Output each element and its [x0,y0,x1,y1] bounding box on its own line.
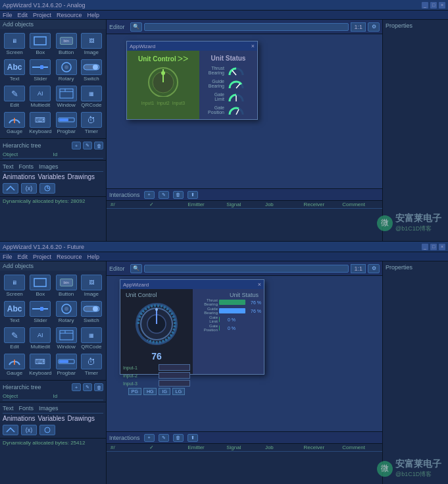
tree-edit-btn-btm[interactable]: ✎ [83,383,92,391]
menu-resource-btm[interactable]: Resource [57,254,82,260]
menu-project-btm[interactable]: Project [33,254,51,260]
obj-box-btm[interactable]: Box [28,273,53,298]
editor-btn-zoom-in-btm[interactable]: 🔍 [130,264,142,273]
future-input-1-box[interactable] [159,364,190,371]
editor-btn-settings-top[interactable]: ⚙ [368,22,380,32]
future-btn-lg[interactable]: LG [172,388,185,395]
menu-resource-top[interactable]: Resource [57,12,82,18]
tree-delete-btn[interactable]: 🗑 [94,142,103,149]
tab-drawings-btm[interactable]: Drawings [67,415,95,422]
objects-grid-btm: 🖥 Screen Box btn Button 🖼 [0,271,106,380]
obj-switch-btm[interactable]: Switch [80,300,103,325]
obj-multiedit[interactable]: AI Multiedit [28,84,53,109]
obj-window[interactable]: Window [55,84,78,109]
future-btn-pg[interactable]: PG [128,388,141,395]
future-input-3-box[interactable] [159,380,190,387]
obj-progbar-btm[interactable]: Progbar [55,352,78,377]
minimize-button[interactable]: _ [422,2,428,9]
ia-btn-delete-top[interactable]: 🗑 [173,191,184,199]
ia-btn-edit-btm[interactable]: ✎ [159,434,169,442]
tab-drawings[interactable]: Drawings [67,173,95,180]
future-btn-hg[interactable]: HG [143,388,157,395]
menu-edit-btm[interactable]: Edit [18,254,28,260]
obj-slider[interactable]: Slider [28,58,53,83]
minimize-button-btm[interactable]: _ [422,244,428,250]
menu-project-top[interactable]: Project [33,12,51,18]
obj-button-btm[interactable]: btn Button [55,273,78,298]
obj-screen-btm[interactable]: 🖥 Screen [3,273,26,298]
obj-progbar[interactable]: Progbar [55,111,78,136]
obj-multiedit-icon: AI [30,86,51,101]
properties-label-btm: Properties [386,264,412,271]
obj-qrcode[interactable]: ▦ QRCode [80,84,103,109]
editor-btn-settings-btm[interactable]: ⚙ [368,264,380,273]
tree-edit-btn[interactable]: ✎ [83,142,92,149]
obj-edit-btm[interactable]: ✎ Edit [3,326,26,351]
menu-help-top[interactable]: Help [87,12,100,18]
obj-qrcode-btm[interactable]: ▦ QRCode [80,326,103,351]
ia-btn-delete-btm[interactable]: 🗑 [173,434,184,442]
obj-gauge-btm[interactable]: Gauge [3,352,26,377]
tab-animations[interactable]: Animations [3,173,35,180]
tab-fonts[interactable]: Fonts [19,163,34,170]
close-button[interactable]: × [439,2,445,9]
obj-edit[interactable]: ✎ Edit [3,84,26,109]
fs-name-3: GatePosition [195,324,218,332]
bottom-editor-header: Editor 🔍 1:1 ⚙ [107,261,382,276]
obj-image[interactable]: 🖼 Image [80,32,103,57]
ia-btn-add-btm[interactable]: + [144,434,155,442]
obj-text[interactable]: Abc Text [3,58,26,83]
obj-keyboard-btm[interactable]: ⌨ Keyboard [28,352,53,377]
obj-screen[interactable]: 🖥 Screen [3,32,26,57]
future-popup-close[interactable]: × [258,281,261,288]
maximize-button[interactable]: □ [430,2,437,9]
tree-add-btn-btm[interactable]: + [72,383,81,391]
fs-bar-2 [219,317,220,322]
obj-text-btm[interactable]: Abc Text [3,300,26,325]
editor-btn-zoom-in[interactable]: 🔍 [130,22,142,32]
menu-file-btm[interactable]: File [3,254,12,260]
obj-rotary[interactable]: Rotary [55,58,78,83]
tree-add-btn[interactable]: + [72,142,81,149]
analog-popup-close[interactable]: × [251,43,255,49]
maximize-button-btm[interactable]: □ [430,244,437,250]
obj-timer-btm[interactable]: ⏱ Timer [80,352,103,377]
obj-slider-btm[interactable]: Slider [28,300,53,325]
obj-timer[interactable]: ⏱ Timer [80,111,103,136]
obj-button[interactable]: btn Button [55,32,78,57]
obj-multiedit-btm[interactable]: AI Multiedit [28,326,53,351]
ia-btn-up-top[interactable]: ⬆ [187,191,198,199]
obj-button-icon: btn [56,33,77,49]
menu-file-top[interactable]: File [3,12,12,18]
obj-text-label-btm: Text [10,317,20,323]
tab-variables[interactable]: Variables [37,173,64,180]
svg-point-28 [93,306,98,311]
obj-window-btm[interactable]: Window [55,326,78,351]
tab-images[interactable]: Images [39,163,59,170]
tab-text[interactable]: Text [3,163,14,170]
svg-rect-0 [34,37,46,45]
tab-fonts-btm[interactable]: Fonts [19,405,34,412]
menu-help-btm[interactable]: Help [87,254,100,260]
ia-btn-add-top[interactable]: + [144,191,155,199]
obj-image-btm[interactable]: 🖼 Image [80,273,103,298]
menu-edit-top[interactable]: Edit [18,12,28,18]
tab-text-btm[interactable]: Text [3,405,14,412]
ia-btn-edit-top[interactable]: ✎ [159,191,169,199]
obj-rotary-btm[interactable]: Rotary [55,300,78,325]
future-input-2-box[interactable] [159,372,190,379]
ia-btn-up-btm[interactable]: ⬆ [187,434,198,442]
tab-animations-btm[interactable]: Animations [3,415,35,422]
top-menu-bar: File Edit Project Resource Help [0,11,448,20]
obj-box[interactable]: Box [28,32,53,57]
tab-variables-btm[interactable]: Variables [37,415,64,422]
tab-images-btm[interactable]: Images [39,405,59,412]
obj-gauge[interactable]: Gauge [3,111,26,136]
obj-switch[interactable]: Switch [80,58,103,83]
obj-keyboard[interactable]: ⌨ Keyboard [28,111,53,136]
top-interactions-header: Interactions + ✎ 🗑 ⬆ [107,189,382,201]
ia-col-icon-top: ✓ [148,202,187,207]
future-btn-ig[interactable]: IG [159,388,170,395]
tree-delete-btn-btm[interactable]: 🗑 [94,383,103,391]
close-button-btm[interactable]: × [439,244,445,250]
